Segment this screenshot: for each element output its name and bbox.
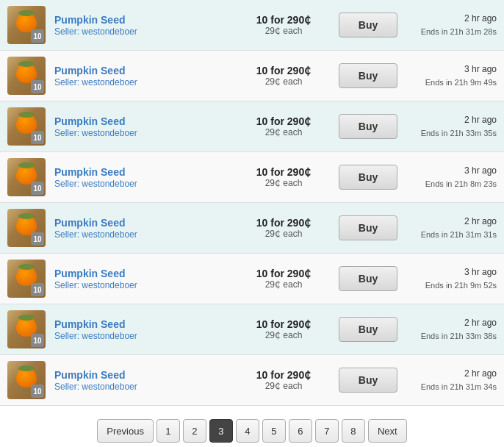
list-item: 10 Pumpkin Seed Seller: westondeboer 10 …	[0, 51, 504, 101]
item-price: 10 for 290₵ 29₵ each	[232, 369, 335, 391]
qty-badge: 10	[31, 131, 44, 144]
item-time: 2 hr ago Ends in 21h 33m 38s	[401, 316, 497, 343]
buy-btn-container: Buy	[335, 114, 401, 139]
item-image: 10	[7, 209, 46, 247]
list-item: 10 Pumpkin Seed Seller: westondeboer 10 …	[0, 101, 504, 152]
time-ends: Ends in 21h 31m 31s	[401, 229, 497, 242]
item-image: 10	[7, 260, 46, 298]
item-time: 3 hr ago Ends in 21h 9m 52s	[401, 265, 497, 293]
qty-badge: 10	[31, 283, 44, 296]
buy-btn-container: Buy	[335, 12, 401, 37]
page-8-button[interactable]: 8	[342, 419, 365, 443]
time-ends: Ends in 21h 33m 35s	[401, 127, 497, 140]
time-ends: Ends in 21h 9m 52s	[401, 279, 497, 293]
time-ends: Ends in 21h 33m 38s	[401, 330, 497, 343]
buy-button[interactable]: Buy	[339, 12, 397, 37]
item-time: 2 hr ago Ends in 21h 33m 35s	[401, 113, 497, 140]
item-time: 2 hr ago Ends in 21h 31m 34s	[401, 367, 497, 394]
list-item: 10 Pumpkin Seed Seller: westondeboer 10 …	[0, 0, 504, 51]
buy-button[interactable]: Buy	[339, 215, 397, 240]
item-seller: Seller: westondeboer	[54, 280, 232, 290]
pagination: Previous12345678Next	[0, 406, 504, 447]
list-item: 10 Pumpkin Seed Seller: westondeboer 10 …	[0, 254, 504, 304]
next-button[interactable]: Next	[368, 419, 407, 443]
buy-button[interactable]: Buy	[339, 368, 397, 393]
page-6-button[interactable]: 6	[289, 419, 312, 443]
time-ago: 3 hr ago	[401, 164, 497, 178]
price-bulk: 10 for 290₵	[232, 14, 335, 26]
item-image: 10	[7, 6, 46, 44]
buy-button[interactable]: Buy	[339, 63, 397, 88]
list-item: 10 Pumpkin Seed Seller: westondeboer 10 …	[0, 355, 504, 406]
item-time: 2 hr ago Ends in 21h 31m 28s	[401, 12, 497, 39]
item-name: Pumpkin Seed	[54, 13, 232, 26]
price-each: 29₵ each	[232, 76, 335, 87]
item-price: 10 for 290₵ 29₵ each	[232, 217, 335, 239]
price-bulk: 10 for 290₵	[232, 369, 335, 381]
item-time: 3 hr ago Ends in 21h 9m 49s	[401, 62, 497, 90]
item-info: Pumpkin Seed Seller: westondeboer	[54, 115, 232, 138]
price-bulk: 10 for 290₵	[232, 318, 335, 330]
item-seller: Seller: westondeboer	[54, 229, 232, 240]
item-time: 3 hr ago Ends in 21h 8m 23s	[401, 164, 497, 191]
buy-button[interactable]: Buy	[339, 114, 397, 139]
time-ago: 2 hr ago	[401, 215, 497, 229]
buy-btn-container: Buy	[335, 215, 401, 240]
item-info: Pumpkin Seed Seller: westondeboer	[54, 13, 232, 37]
list-item: 10 Pumpkin Seed Seller: westondeboer 10 …	[0, 152, 504, 203]
page-3-button[interactable]: 3	[209, 419, 233, 443]
qty-badge: 10	[31, 80, 44, 93]
item-info: Pumpkin Seed Seller: westondeboer	[54, 267, 232, 290]
item-info: Pumpkin Seed Seller: westondeboer	[54, 165, 232, 189]
price-each: 29₵ each	[232, 279, 335, 290]
listing-container: 10 Pumpkin Seed Seller: westondeboer 10 …	[0, 0, 504, 406]
buy-button[interactable]: Buy	[339, 317, 397, 342]
item-name: Pumpkin Seed	[54, 368, 232, 382]
time-ago: 2 hr ago	[401, 12, 497, 26]
time-ago: 2 hr ago	[401, 367, 497, 381]
time-ago: 2 hr ago	[401, 316, 497, 330]
page-1-button[interactable]: 1	[156, 419, 180, 443]
page-7-button[interactable]: 7	[315, 419, 339, 443]
qty-badge: 10	[31, 334, 44, 347]
item-price: 10 for 290₵ 29₵ each	[232, 166, 335, 188]
time-ends: Ends in 21h 9m 49s	[401, 76, 497, 90]
item-name: Pumpkin Seed	[54, 318, 232, 331]
item-price: 10 for 290₵ 29₵ each	[232, 115, 335, 137]
time-ends: Ends in 21h 31m 28s	[401, 26, 497, 39]
price-each: 29₵ each	[232, 127, 335, 137]
item-name: Pumpkin Seed	[54, 216, 232, 229]
buy-btn-container: Buy	[335, 63, 401, 88]
time-ago: 3 hr ago	[401, 265, 497, 279]
list-item: 10 Pumpkin Seed Seller: westondeboer 10 …	[0, 203, 504, 254]
item-info: Pumpkin Seed Seller: westondeboer	[54, 318, 232, 341]
list-item: 10 Pumpkin Seed Seller: westondeboer 10 …	[0, 304, 504, 355]
item-name: Pumpkin Seed	[54, 115, 232, 128]
item-image: 10	[7, 107, 46, 146]
buy-button[interactable]: Buy	[339, 165, 397, 190]
item-time: 2 hr ago Ends in 21h 31m 31s	[401, 215, 497, 242]
item-price: 10 for 290₵ 29₵ each	[232, 268, 335, 290]
page-2-button[interactable]: 2	[183, 419, 206, 443]
item-info: Pumpkin Seed Seller: westondeboer	[54, 216, 232, 240]
buy-btn-container: Buy	[335, 266, 401, 291]
qty-badge: 10	[31, 29, 44, 43]
item-seller: Seller: westondeboer	[54, 331, 232, 341]
item-seller: Seller: westondeboer	[54, 26, 232, 37]
item-price: 10 for 290₵ 29₵ each	[232, 318, 335, 340]
price-bulk: 10 for 290₵	[232, 65, 335, 76]
price-bulk: 10 for 290₵	[232, 166, 335, 178]
page-5-button[interactable]: 5	[262, 419, 286, 443]
buy-button[interactable]: Buy	[339, 266, 397, 291]
price-each: 29₵ each	[232, 381, 335, 391]
page-4-button[interactable]: 4	[236, 419, 259, 443]
price-each: 29₵ each	[232, 330, 335, 340]
time-ago: 2 hr ago	[401, 113, 497, 127]
price-bulk: 10 for 290₵	[232, 268, 335, 279]
buy-btn-container: Buy	[335, 317, 401, 342]
item-price: 10 for 290₵ 29₵ each	[232, 65, 335, 87]
item-name: Pumpkin Seed	[54, 165, 232, 179]
item-seller: Seller: westondeboer	[54, 179, 232, 189]
item-seller: Seller: westondeboer	[54, 128, 232, 138]
prev-button[interactable]: Previous	[97, 419, 154, 443]
